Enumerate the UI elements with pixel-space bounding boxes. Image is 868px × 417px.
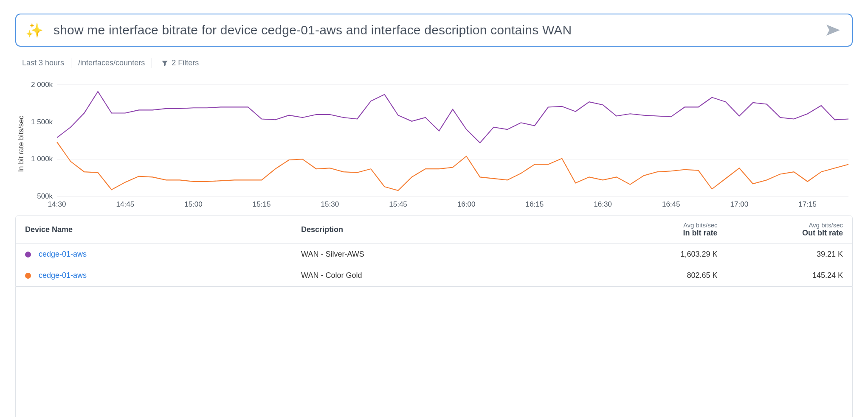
svg-text:15:00: 15:00 [184, 200, 203, 208]
cell-description: WAN - Silver-AWS [292, 244, 601, 265]
svg-text:17:15: 17:15 [798, 200, 817, 208]
chart-y-axis-label: In bit rate bits/sec [15, 78, 27, 209]
cell-in-bitrate: 802.65 K [601, 265, 727, 286]
svg-text:14:30: 14:30 [48, 200, 66, 208]
svg-text:15:45: 15:45 [389, 200, 407, 208]
svg-text:15:15: 15:15 [253, 200, 271, 208]
device-link[interactable]: cedge-01-aws [39, 271, 87, 280]
chip-filters[interactable]: 2 Filters [152, 58, 206, 68]
cell-description: WAN - Color Gold [292, 265, 601, 286]
svg-text:1 500k: 1 500k [31, 118, 53, 126]
svg-text:2 000k: 2 000k [31, 81, 53, 89]
chart-container: In bit rate bits/sec 500k1 000k1 500k2 0… [15, 78, 853, 209]
device-link[interactable]: cedge-01-aws [39, 250, 87, 258]
filter-icon [161, 60, 168, 67]
cell-device: cedge-01-aws [16, 265, 292, 286]
svg-text:1 000k: 1 000k [31, 155, 53, 163]
svg-text:14:45: 14:45 [116, 200, 135, 208]
series-color-dot [25, 273, 31, 279]
cell-in-bitrate: 1,603.29 K [601, 244, 727, 265]
series-color-dot [25, 252, 31, 257]
th-out-bitrate[interactable]: Avg bits/sec Out bit rate [727, 215, 852, 244]
table-row: cedge-01-awsWAN - Silver-AWS1,603.29 K39… [16, 244, 852, 265]
send-button[interactable] [824, 21, 843, 39]
th-description[interactable]: Description [292, 215, 601, 244]
svg-text:500k: 500k [37, 192, 53, 200]
search-query-text: show me interface bitrate for device ced… [54, 23, 814, 37]
chip-filters-label: 2 Filters [172, 59, 199, 67]
th-device[interactable]: Device Name [16, 215, 292, 244]
chip-time-range[interactable]: Last 3 hours [15, 58, 71, 68]
table-header-row: Device Name Description Avg bits/sec In … [16, 215, 852, 244]
th-in-bitrate[interactable]: Avg bits/sec In bit rate [601, 215, 727, 244]
table-row: cedge-01-awsWAN - Color Gold802.65 K145.… [16, 265, 852, 286]
svg-text:16:30: 16:30 [594, 200, 612, 208]
send-icon [826, 23, 841, 37]
svg-text:15:30: 15:30 [321, 200, 339, 208]
svg-text:16:15: 16:15 [526, 200, 544, 208]
sparkles-icon: ✨ [25, 23, 43, 37]
cell-device: cedge-01-aws [16, 244, 292, 265]
svg-text:16:45: 16:45 [662, 200, 680, 208]
page-root: ✨ show me interface bitrate for device c… [0, 0, 868, 417]
svg-text:17:00: 17:00 [730, 200, 749, 208]
chip-metric-path[interactable]: /interfaces/counters [71, 58, 152, 68]
results-table-empty-space [15, 287, 853, 417]
cell-out-bitrate: 145.24 K [727, 265, 852, 286]
ai-search-bar[interactable]: ✨ show me interface bitrate for device c… [15, 14, 853, 47]
results-table: Device Name Description Avg bits/sec In … [15, 215, 853, 287]
chart[interactable]: 500k1 000k1 500k2 000k14:3014:4515:0015:… [27, 78, 853, 209]
cell-out-bitrate: 39.21 K [727, 244, 852, 265]
query-chips: Last 3 hours /interfaces/counters 2 Filt… [15, 58, 853, 68]
svg-text:16:00: 16:00 [457, 200, 476, 208]
